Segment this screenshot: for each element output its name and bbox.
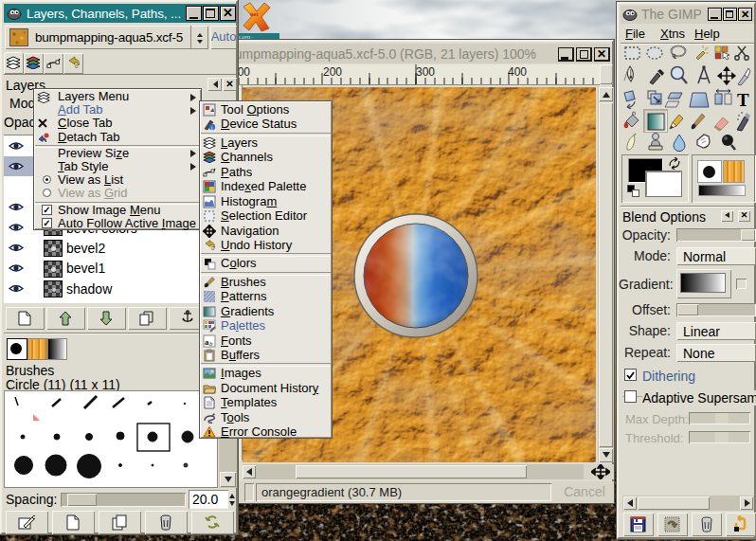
svg-text:T: T <box>737 90 749 110</box>
svg-text:b: b <box>209 340 213 348</box>
svg-text:net: net <box>250 11 258 17</box>
svg-text:i: i <box>211 125 212 131</box>
